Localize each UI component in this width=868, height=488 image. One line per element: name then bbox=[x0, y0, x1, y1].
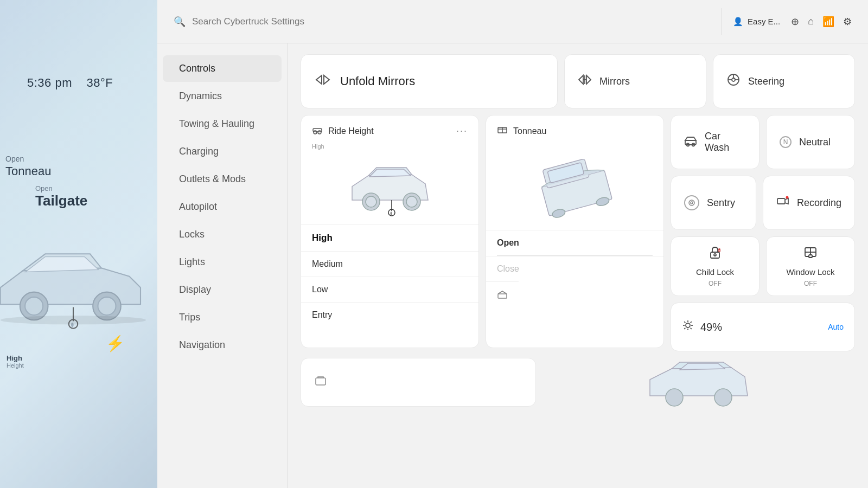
tonneau-option-open[interactable]: Open bbox=[486, 230, 663, 255]
sidebar-item-outlets[interactable]: Outlets & Mods bbox=[163, 166, 282, 192]
svg-marker-6 bbox=[25, 257, 98, 272]
window-lock-card[interactable]: Window Lock OFF bbox=[766, 236, 855, 296]
sidebar-item-display[interactable]: Display bbox=[163, 277, 282, 303]
sidebar-item-trips[interactable]: Trips bbox=[163, 304, 282, 331]
mirrors-label: Mirrors bbox=[599, 76, 630, 87]
user-name: Easy E... bbox=[748, 17, 780, 26]
unfold-mirrors-label: Unfold Mirrors bbox=[340, 74, 415, 88]
child-lock-status: OFF bbox=[709, 280, 722, 287]
header: 🔍 👤 Easy E... ⊕ ⌂ 📶 ⚙ bbox=[157, 0, 868, 43]
sidebar-item-autopilot[interactable]: Autopilot bbox=[163, 194, 282, 220]
home-icon[interactable]: ⌂ bbox=[808, 16, 814, 27]
svg-point-26 bbox=[406, 196, 417, 207]
svg-text:↕: ↕ bbox=[390, 211, 392, 216]
ride-height-option-low[interactable]: Low bbox=[301, 277, 478, 302]
bluetooth-icon[interactable]: ⊕ bbox=[791, 16, 799, 28]
body-area: Controls Dynamics Towing & Hauling Charg… bbox=[157, 43, 868, 488]
search-icon: 🔍 bbox=[174, 16, 186, 28]
recording-label: Recording bbox=[797, 197, 841, 209]
sentry-card[interactable]: Sentry bbox=[671, 176, 756, 230]
neutral-label: Neutral bbox=[799, 137, 831, 148]
right-column: Car Wash N Neutral bbox=[671, 115, 855, 351]
brightness-auto-button[interactable]: Auto bbox=[828, 323, 844, 331]
sidebar: Controls Dynamics Towing & Hauling Charg… bbox=[157, 43, 288, 488]
search-input[interactable] bbox=[192, 16, 355, 27]
tonneau-title: Tonneau bbox=[513, 126, 546, 136]
car-svg: ↕ bbox=[0, 206, 157, 358]
search-area: 🔍 bbox=[174, 16, 711, 28]
header-divider bbox=[722, 8, 722, 35]
car-wash-card[interactable]: Car Wash bbox=[671, 115, 760, 169]
svg-point-19 bbox=[314, 131, 317, 134]
brightness-card[interactable]: 49% Auto bbox=[671, 303, 855, 351]
ride-height-indicator: High Height bbox=[7, 354, 24, 369]
child-lock-icon bbox=[707, 245, 723, 264]
grid-area: Unfold Mirrors Mirrors bbox=[288, 43, 868, 488]
ride-height-option-medium[interactable]: Medium bbox=[301, 251, 478, 277]
tonneau-icon bbox=[497, 124, 508, 138]
car-wash-icon bbox=[684, 134, 697, 150]
tonneau-open-label: Open bbox=[5, 155, 51, 163]
svg-marker-41 bbox=[685, 137, 696, 140]
recording-card[interactable]: Recording bbox=[763, 176, 855, 230]
ride-height-card[interactable]: Ride Height ··· High bbox=[301, 115, 479, 348]
right-mid-row: Sentry Recording bbox=[671, 176, 855, 230]
height-sublabel: Height bbox=[7, 362, 24, 369]
ride-height-option-entry[interactable]: Entry bbox=[301, 302, 478, 328]
svg-point-45 bbox=[691, 202, 693, 204]
window-lock-status: OFF bbox=[804, 280, 817, 287]
ride-height-option-high[interactable]: High bbox=[301, 224, 478, 251]
svg-point-68 bbox=[666, 389, 683, 406]
neutral-circle-icon: N bbox=[780, 136, 792, 148]
child-lock-card[interactable]: Child Lock OFF bbox=[671, 236, 760, 296]
svg-point-48 bbox=[786, 196, 788, 199]
ride-height-car-image: ↕ bbox=[301, 154, 478, 224]
main-content: 🔍 👤 Easy E... ⊕ ⌂ 📶 ⚙ Controls D bbox=[157, 0, 868, 488]
mirrors-card[interactable]: Mirrors bbox=[564, 54, 706, 108]
svg-point-10 bbox=[1, 316, 146, 325]
steering-card[interactable]: Steering bbox=[713, 54, 855, 108]
svg-line-62 bbox=[691, 328, 692, 329]
wifi-icon[interactable]: 📶 bbox=[822, 16, 834, 28]
sidebar-item-controls[interactable]: Controls bbox=[163, 55, 282, 82]
svg-rect-55 bbox=[809, 255, 812, 258]
car-bottom-image bbox=[542, 358, 855, 407]
svg-point-14 bbox=[732, 78, 735, 81]
svg-marker-66 bbox=[650, 368, 748, 396]
settings-icon[interactable]: ⚙ bbox=[843, 16, 852, 28]
sidebar-item-towing[interactable]: Towing & Hauling bbox=[163, 111, 282, 137]
svg-rect-39 bbox=[498, 294, 507, 298]
extra-card[interactable] bbox=[301, 358, 536, 407]
tonneau-option-close[interactable]: Close bbox=[486, 256, 663, 281]
tonneau-options: Open Close bbox=[486, 230, 663, 281]
ride-height-subtitle: High bbox=[301, 143, 335, 154]
neutral-card[interactable]: N Neutral bbox=[766, 115, 855, 169]
right-bottom-row: Child Lock OFF bbox=[671, 236, 855, 296]
unfold-mirrors-card[interactable]: Unfold Mirrors bbox=[301, 54, 558, 108]
svg-point-69 bbox=[714, 389, 732, 406]
time-display: 5:36 pm bbox=[27, 76, 72, 89]
right-top-row: Car Wash N Neutral bbox=[671, 115, 855, 169]
sidebar-item-charging[interactable]: Charging bbox=[163, 138, 282, 165]
svg-marker-27 bbox=[369, 169, 411, 177]
left-panel: 5:36 pm 38°F Open Tonneau Open Tailgate bbox=[0, 0, 157, 488]
sidebar-item-dynamics[interactable]: Dynamics bbox=[163, 83, 282, 110]
sidebar-item-locks[interactable]: Locks bbox=[163, 221, 282, 248]
sidebar-item-navigation[interactable]: Navigation bbox=[163, 332, 282, 358]
sentry-label: Sentry bbox=[707, 197, 735, 209]
tonneau-extra-row bbox=[486, 281, 519, 310]
tonneau-label: Tonneau bbox=[5, 164, 51, 178]
svg-point-50 bbox=[714, 254, 716, 256]
grid-row-3 bbox=[301, 358, 855, 407]
tailgate-open-label: Open bbox=[35, 184, 87, 192]
window-lock-icon bbox=[803, 245, 818, 264]
svg-point-44 bbox=[689, 200, 694, 206]
user-icon: 👤 bbox=[733, 17, 743, 27]
sidebar-item-lights[interactable]: Lights bbox=[163, 249, 282, 275]
tonneau-card[interactable]: Tonneau bbox=[486, 115, 664, 348]
ride-height-icon bbox=[312, 124, 323, 138]
header-icons: ⊕ ⌂ 📶 ⚙ bbox=[791, 16, 852, 28]
ride-height-menu-icon[interactable]: ··· bbox=[456, 125, 468, 137]
svg-rect-65 bbox=[316, 378, 326, 385]
user-area[interactable]: 👤 Easy E... bbox=[733, 17, 780, 27]
